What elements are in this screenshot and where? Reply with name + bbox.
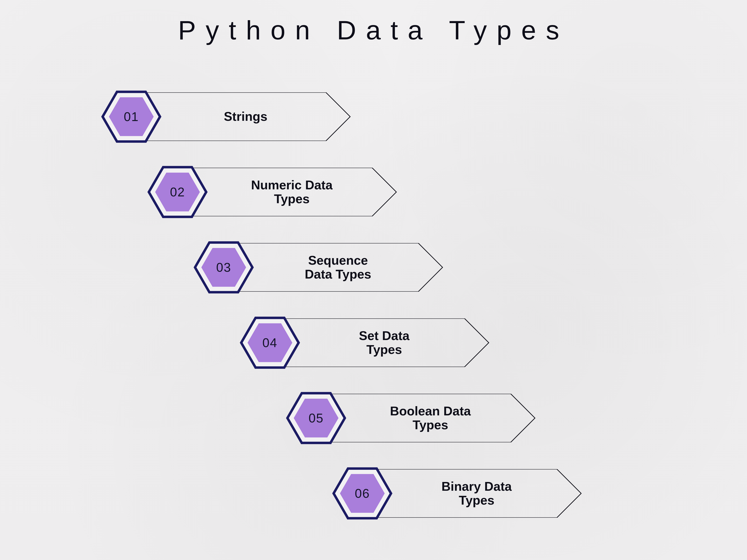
item-number: 05 [284, 386, 348, 450]
item-label: Boolean Data Types [362, 394, 498, 442]
item-label: Binary Data Types [409, 469, 545, 518]
item-label: Strings [178, 92, 314, 141]
item-number: 01 [100, 85, 163, 148]
page-title: Python Data Types [0, 15, 747, 46]
item-number: 02 [146, 160, 209, 223]
item-label: Numeric Data Types [224, 168, 360, 216]
item-number: 03 [192, 236, 255, 299]
item-label: Sequence Data Types [270, 243, 406, 292]
item-label: Set Data Types [316, 318, 452, 367]
item-number: 04 [238, 311, 302, 374]
diagram-stage: Python Data Types Strings01Numeric Data … [0, 0, 747, 560]
item-number: 06 [331, 462, 394, 525]
